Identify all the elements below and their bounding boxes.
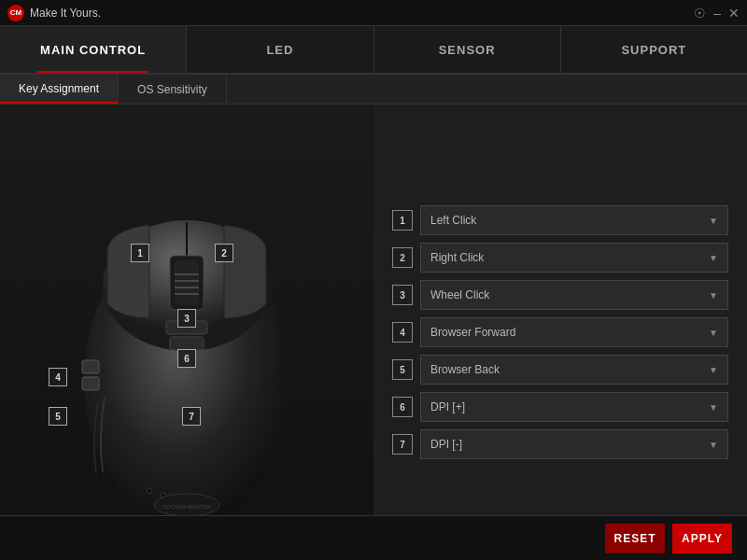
tab-led[interactable]: LED	[187, 26, 374, 73]
reset-button[interactable]: RESET	[605, 524, 665, 553]
assignment-row-7: 7 DPI [-] ▼	[392, 429, 728, 459]
mouse-diagram: COOLER MASTER 1 2 3 6 4 5 7	[28, 136, 345, 528]
svg-point-12	[147, 488, 152, 494]
button-label-1: 1	[131, 244, 149, 262]
assignment-dropdown-3[interactable]: Wheel Click ▼	[420, 280, 728, 310]
svg-text:COOLER MASTER: COOLER MASTER	[162, 504, 212, 510]
tab-support[interactable]: SUPPORT	[561, 26, 747, 73]
assignment-num-4: 4	[392, 322, 413, 343]
globe-icon[interactable]: ☉	[694, 6, 706, 21]
assignment-row-6: 6 DPI [+] ▼	[392, 392, 728, 422]
button-label-3: 3	[177, 309, 196, 328]
assignment-num-6: 6	[392, 397, 413, 417]
apply-button[interactable]: APPLY	[672, 524, 732, 553]
assignment-row-5: 5 Browser Back ▼	[392, 355, 728, 385]
window-controls: ☉ – ✕	[694, 6, 740, 21]
assignment-dropdown-4[interactable]: Browser Forward ▼	[420, 317, 728, 347]
assignment-num-1: 1	[392, 210, 413, 231]
assignments-panel: 1 Left Click ▼ 2 Right Click ▼ 3 Wheel C…	[374, 105, 747, 560]
subtab-key-assignment[interactable]: Key Assignment	[0, 75, 119, 104]
assignment-num-3: 3	[392, 285, 413, 305]
chevron-down-icon: ▼	[709, 328, 718, 338]
chevron-down-icon: ▼	[709, 440, 718, 450]
bottom-bar: RESET APPLY	[0, 515, 747, 560]
subtab-os-sensitivity[interactable]: OS Sensitivity	[119, 75, 227, 104]
button-label-7: 7	[182, 407, 201, 426]
svg-rect-18	[170, 337, 204, 350]
svg-rect-11	[82, 377, 99, 390]
minimize-icon[interactable]: –	[713, 6, 721, 21]
assignment-row-3: 3 Wheel Click ▼	[392, 280, 728, 310]
assignment-row-4: 4 Browser Forward ▼	[392, 317, 728, 347]
assignment-dropdown-5[interactable]: Browser Back ▼	[420, 355, 728, 385]
assignment-num-7: 7	[392, 434, 413, 455]
chevron-down-icon: ▼	[709, 365, 718, 375]
assignment-num-5: 5	[392, 359, 413, 380]
chevron-down-icon: ▼	[709, 253, 718, 263]
button-label-2: 2	[215, 244, 233, 262]
assignment-dropdown-2[interactable]: Right Click ▼	[420, 243, 728, 273]
button-label-4: 4	[49, 368, 67, 386]
svg-rect-10	[82, 360, 99, 373]
svg-rect-4	[175, 260, 199, 305]
app-logo: CM	[7, 5, 24, 21]
chevron-down-icon: ▼	[709, 290, 718, 301]
main-nav: MAIN CONTROL LED SENSOR SUPPORT	[0, 26, 747, 75]
sub-tabs: Key Assignment OS Sensitivity	[0, 75, 747, 105]
close-icon[interactable]: ✕	[728, 6, 740, 21]
title-bar: CM Make It Yours. ☉ – ✕	[0, 0, 747, 26]
assignment-dropdown-6[interactable]: DPI [+] ▼	[420, 392, 728, 422]
tab-main-control[interactable]: MAIN CONTROL	[0, 26, 187, 73]
button-label-6: 6	[177, 349, 196, 368]
assignment-row-2: 2 Right Click ▼	[392, 243, 728, 273]
chevron-down-icon: ▼	[709, 402, 718, 413]
assignment-row-1: 1 Left Click ▼	[392, 205, 728, 235]
mouse-diagram-area: COOLER MASTER 1 2 3 6 4 5 7	[0, 105, 374, 560]
mouse-svg: COOLER MASTER	[28, 136, 345, 528]
tab-sensor[interactable]: SENSOR	[374, 26, 561, 73]
assignment-num-2: 2	[392, 247, 413, 268]
app-title: Make It Yours.	[30, 7, 694, 20]
chevron-down-icon: ▼	[709, 216, 718, 226]
button-label-5: 5	[49, 407, 67, 426]
content-area: COOLER MASTER 1 2 3 6 4 5 7 1 Left Click…	[0, 105, 747, 560]
assignment-dropdown-7[interactable]: DPI [-] ▼	[420, 429, 728, 459]
assignment-dropdown-1[interactable]: Left Click ▼	[420, 205, 728, 235]
